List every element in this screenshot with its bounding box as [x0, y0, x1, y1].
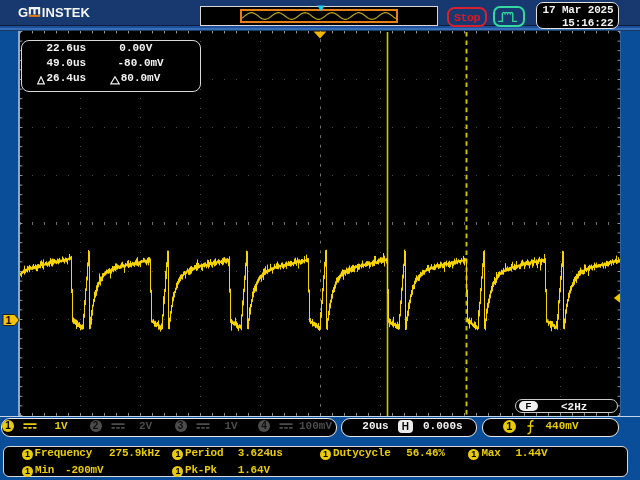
svg-text:1: 1: [5, 314, 11, 326]
